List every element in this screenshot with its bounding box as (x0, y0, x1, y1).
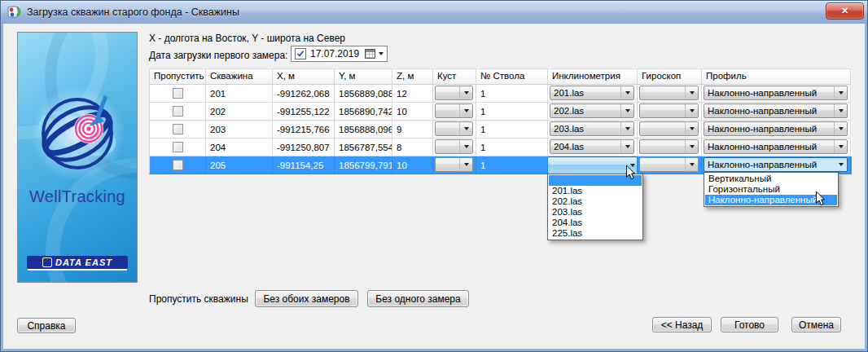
profile-combo-open[interactable]: Наклонно-направленный (704, 157, 848, 172)
z-cell: 12 (392, 85, 433, 103)
chevron-down-icon (839, 109, 844, 112)
stvol-cell: 1 (476, 85, 548, 103)
x-cell: -991255,122 (273, 103, 335, 121)
profile-dropdown-list: Вертикальный Горизонтальный Наклонно-нап… (704, 172, 839, 207)
skip-checkbox[interactable] (173, 160, 183, 170)
kust-combo[interactable] (435, 121, 473, 136)
calendar-icon[interactable] (365, 49, 375, 59)
inclinometry-combo[interactable]: 203.las (550, 121, 634, 136)
col-gyro[interactable]: Гироскоп (638, 69, 702, 85)
stvol-cell: 1 (476, 156, 548, 174)
kust-combo[interactable] (435, 139, 473, 154)
inclinometry-combo[interactable]: 201.las (550, 86, 634, 100)
gyro-combo[interactable] (639, 121, 699, 136)
dropdown-item[interactable]: 204.las (549, 218, 642, 228)
chevron-down-icon (625, 145, 630, 148)
dropdown-item[interactable]: 201.las (549, 186, 642, 196)
date-picker[interactable]: 17.07.2019 (291, 46, 388, 62)
dropdown-item[interactable]: Вертикальный (705, 174, 837, 184)
kust-combo[interactable] (435, 103, 473, 118)
kust-combo[interactable] (435, 86, 473, 100)
stvol-cell: 1 (476, 139, 548, 156)
help-button[interactable]: Справка (17, 318, 76, 333)
gyro-combo[interactable] (639, 139, 699, 154)
inclinometry-combo[interactable]: 202.las (550, 103, 634, 118)
dropdown-item[interactable]: 203.las (549, 207, 642, 218)
table-row[interactable]: 204 -991250,807 1856787,554 8 1 204.las … (149, 139, 852, 156)
chevron-down-icon (625, 91, 630, 95)
vendor-grid-icon (42, 257, 52, 267)
chevron-down-icon (839, 163, 844, 166)
col-skip[interactable]: Пропустить (149, 69, 206, 85)
profile-combo[interactable]: Наклонно-направленный (704, 103, 848, 118)
skip-wells-label: Пропустить скважины (149, 293, 248, 305)
chevron-down-icon (625, 127, 630, 130)
finish-button[interactable]: Готово (721, 317, 778, 332)
date-dropdown-arrow-icon[interactable] (379, 52, 384, 55)
col-stvol[interactable]: № Ствола (476, 69, 548, 85)
date-value: 17.07.2019 (310, 48, 359, 59)
col-incl[interactable]: Инклинометрия (548, 69, 638, 85)
dropdown-item[interactable]: 225.las (549, 228, 642, 239)
chevron-down-icon (464, 163, 469, 166)
z-cell: 9 (392, 121, 433, 139)
chevron-down-icon (690, 145, 695, 148)
chevron-down-icon (630, 164, 635, 167)
col-x[interactable]: X, м (273, 69, 335, 85)
wells-table: Пропустить Скважина X, м Y, м Z, м Куст … (149, 68, 852, 174)
kust-combo[interactable] (435, 157, 473, 172)
inclinometry-combo[interactable]: 204.las (550, 139, 634, 154)
col-y[interactable]: Y, м (335, 69, 392, 85)
well-cell: 201 (206, 85, 273, 103)
window-title: Загрузка скважин старого фонда - Скважин… (27, 7, 239, 18)
dropdown-item-highlighted[interactable]: Наклонно-направленный (705, 195, 837, 205)
gyro-combo[interactable] (639, 157, 699, 172)
table-row[interactable]: 202 -991255,122 1856890,742 10 1 202.las… (149, 103, 852, 121)
dropdown-item[interactable]: 202.las (549, 196, 642, 207)
first-date-label: Дата загрузки первого замера: (149, 50, 287, 61)
profile-combo[interactable]: Наклонно-направленный (704, 86, 848, 100)
inclinometry-combo-open[interactable] (548, 156, 638, 174)
chevron-down-icon (839, 127, 844, 130)
cancel-button[interactable]: Отмена (791, 317, 841, 332)
x-cell: -991250,807 (273, 139, 335, 156)
back-button[interactable]: << Назад (652, 317, 712, 332)
profile-combo[interactable]: Наклонно-направленный (704, 139, 848, 154)
col-kust[interactable]: Куст (433, 69, 476, 85)
profile-combo[interactable]: Наклонно-направленный (704, 121, 848, 136)
title-bar[interactable]: Загрузка скважин старого фонда - Скважин… (1, 1, 867, 24)
col-profile[interactable]: Профиль (702, 69, 851, 85)
table-row[interactable]: 203 -991215,766 1856888,096 9 1 203.las … (149, 121, 852, 139)
stvol-cell: 1 (476, 103, 548, 121)
x-cell: -991154,25 (273, 156, 335, 174)
chevron-down-icon (690, 127, 695, 130)
stvol-cell: 1 (476, 121, 548, 139)
close-button[interactable]: ✕ (826, 2, 864, 20)
y-cell: 1856787,554 (335, 139, 392, 156)
y-cell: 1856889,088 (335, 85, 392, 103)
x-cell: -991215,766 (273, 121, 335, 139)
skip-both-measures-button[interactable]: Без обоих замеров (255, 290, 358, 307)
table-row[interactable]: 201 -991262,068 1856889,088 12 1 201.las… (149, 85, 852, 103)
inclinometry-dropdown-list: 201.las 202.las 203.las 204.las 225.las (547, 174, 643, 240)
skip-checkbox[interactable] (173, 106, 183, 117)
gyro-combo[interactable] (639, 86, 699, 100)
brand-name: WellTracking (18, 187, 137, 206)
col-z[interactable]: Z, м (392, 69, 433, 85)
chevron-down-icon (625, 109, 630, 112)
x-cell: -991262,068 (273, 85, 335, 103)
coordinates-note: X - долгота на Восток, Y - широта на Сев… (149, 33, 345, 44)
gyro-combo[interactable] (639, 103, 699, 118)
vendor-logo: DATA EAST (27, 256, 128, 269)
welltracking-banner: WellTracking DATA EAST (17, 32, 138, 283)
date-checkbox[interactable] (295, 48, 306, 59)
skip-checkbox[interactable] (173, 142, 183, 152)
skip-checkbox[interactable] (173, 124, 183, 134)
app-icon (7, 5, 22, 20)
skip-one-measure-button[interactable]: Без одного замера (367, 290, 469, 307)
dropdown-item-empty[interactable] (549, 175, 642, 186)
chevron-down-icon (690, 163, 695, 166)
col-well[interactable]: Скважина (206, 69, 273, 85)
dropdown-item[interactable]: Горизонтальный (705, 184, 837, 195)
skip-checkbox[interactable] (173, 88, 183, 99)
